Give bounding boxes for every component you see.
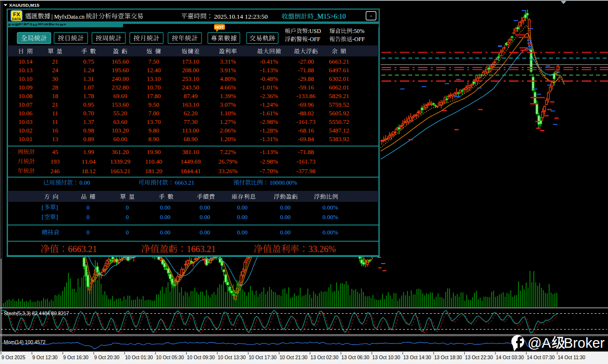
svg-text:6062.01: 6062.01 bbox=[329, 84, 349, 91]
svg-text:246: 246 bbox=[50, 167, 60, 175]
svg-text:-0.41%: -0.41% bbox=[260, 58, 278, 65]
svg-text:13 Oct 22:30: 13 Oct 22:30 bbox=[465, 355, 493, 360]
svg-text:1.39%: 1.39% bbox=[220, 92, 236, 99]
svg-text:5550.72: 5550.72 bbox=[329, 118, 349, 125]
svg-text:5383.92: 5383.92 bbox=[329, 135, 349, 143]
svg-text:1663.21: 1663.21 bbox=[110, 167, 130, 175]
svg-text:-71.88: -71.88 bbox=[298, 148, 314, 155]
svg-text:26.79%: 26.79% bbox=[218, 158, 237, 165]
svg-text:87.49: 87.49 bbox=[183, 92, 197, 99]
svg-text:10.10: 10.10 bbox=[18, 75, 32, 82]
svg-text:45: 45 bbox=[52, 148, 58, 155]
svg-text:243.50: 243.50 bbox=[182, 84, 199, 91]
svg-text:0: 0 bbox=[126, 229, 129, 236]
svg-text:9.50: 9.50 bbox=[148, 101, 159, 108]
svg-text:3.91%: 3.91% bbox=[220, 66, 236, 74]
svg-text:165.60: 165.60 bbox=[112, 58, 129, 65]
svg-text:0.00%: 0.00% bbox=[323, 204, 338, 211]
svg-text:1.07: 1.07 bbox=[83, 84, 94, 91]
svg-text:381.10: 381.10 bbox=[182, 148, 199, 155]
svg-text:14 Oct 03:30: 14 Oct 03:30 bbox=[496, 355, 524, 360]
svg-text:[: [ bbox=[42, 204, 44, 211]
svg-text:232.80: 232.80 bbox=[112, 84, 129, 91]
svg-text:60.00: 60.00 bbox=[113, 135, 127, 143]
svg-text:-OFF: -OFF bbox=[352, 36, 365, 43]
svg-text:1.78: 1.78 bbox=[83, 92, 94, 99]
svg-text:6663.21: 6663.21 bbox=[175, 179, 194, 186]
svg-text:14 Oct 11:30: 14 Oct 11:30 bbox=[558, 355, 585, 360]
svg-text:6302.01: 6302.01 bbox=[329, 75, 349, 82]
svg-text:8.90: 8.90 bbox=[148, 135, 159, 143]
svg-text:62.20: 62.20 bbox=[183, 110, 197, 117]
svg-text:1.10%: 1.10% bbox=[220, 110, 236, 117]
svg-text:4.80%: 4.80% bbox=[220, 75, 236, 82]
svg-text:173.10: 173.10 bbox=[182, 58, 199, 65]
svg-text:0.00: 0.00 bbox=[200, 229, 210, 236]
svg-text:XAUUSD,M15: XAUUSD,M15 bbox=[9, 2, 40, 8]
svg-text:DATA: DATA bbox=[12, 17, 21, 21]
svg-text:110.40: 110.40 bbox=[145, 158, 162, 165]
svg-text:13 Oct 14:30: 13 Oct 14:30 bbox=[403, 355, 431, 360]
svg-text:0.00: 0.00 bbox=[160, 214, 170, 221]
svg-text:-377.98: -377.98 bbox=[296, 167, 315, 175]
svg-text:0.75: 0.75 bbox=[83, 58, 94, 65]
svg-text:163.10: 163.10 bbox=[182, 101, 199, 108]
svg-text:33.26%: 33.26% bbox=[308, 244, 336, 254]
svg-text:0.95: 0.95 bbox=[83, 101, 94, 108]
svg-text:-1.13%: -1.13% bbox=[260, 66, 278, 74]
svg-text:13: 13 bbox=[52, 135, 58, 143]
svg-text:1.27%: 1.27% bbox=[220, 118, 236, 125]
svg-text:10.14: 10.14 bbox=[18, 58, 33, 65]
svg-text:5829.21: 5829.21 bbox=[329, 92, 349, 99]
svg-text:-: - bbox=[370, 12, 372, 19]
svg-text:0: 0 bbox=[126, 214, 129, 221]
svg-text:6497.61: 6497.61 bbox=[329, 66, 349, 74]
svg-text:-59.16: -59.16 bbox=[298, 84, 314, 91]
svg-text:6663.21: 6663.21 bbox=[68, 244, 97, 254]
svg-text:21: 21 bbox=[52, 101, 58, 108]
svg-text:13 Oct 06:30: 13 Oct 06:30 bbox=[341, 355, 370, 360]
svg-text:1.31: 1.31 bbox=[83, 75, 94, 82]
svg-text:0.00: 0.00 bbox=[200, 204, 210, 211]
svg-text:3.31%: 3.31% bbox=[220, 58, 236, 65]
svg-text:0.98: 0.98 bbox=[83, 127, 94, 134]
svg-text:0.00: 0.00 bbox=[280, 204, 291, 211]
svg-text:10.13: 10.13 bbox=[18, 66, 32, 74]
svg-text:18.12: 18.12 bbox=[81, 167, 95, 175]
svg-text:-88.02: -88.02 bbox=[298, 110, 314, 117]
svg-text:-2.36%: -2.36% bbox=[260, 92, 278, 99]
svg-text:-161.73: -161.73 bbox=[296, 118, 315, 125]
svg-text:FX: FX bbox=[13, 11, 20, 17]
svg-text:10.07: 10.07 bbox=[18, 101, 33, 108]
svg-text:10 Oct 05:30: 10 Oct 05:30 bbox=[156, 355, 184, 360]
svg-text:0: 0 bbox=[87, 229, 90, 236]
svg-text:10 Oct 17:30: 10 Oct 17:30 bbox=[248, 355, 277, 360]
svg-text:24: 24 bbox=[52, 66, 59, 74]
svg-text:17.80: 17.80 bbox=[146, 92, 160, 99]
svg-text:9 Oct 16:30: 9 Oct 16:30 bbox=[63, 355, 89, 360]
svg-text:-7.70%: -7.70% bbox=[260, 167, 278, 175]
svg-text:0.00%: 0.00% bbox=[323, 229, 338, 236]
svg-text:0.00: 0.00 bbox=[237, 204, 248, 211]
svg-text:77.30: 77.30 bbox=[183, 118, 197, 125]
svg-text:0.00: 0.00 bbox=[79, 179, 90, 186]
svg-text:-161.73: -161.73 bbox=[296, 158, 315, 165]
svg-text:-1.31%: -1.31% bbox=[260, 135, 278, 143]
svg-text:0.00: 0.00 bbox=[280, 214, 291, 221]
svg-text:0.00: 0.00 bbox=[280, 229, 291, 236]
svg-text:-68.16: -68.16 bbox=[298, 127, 314, 134]
svg-text:11.04: 11.04 bbox=[82, 158, 96, 165]
svg-text:-69.84: -69.84 bbox=[298, 135, 314, 143]
svg-text:10 Oct 13:30: 10 Oct 13:30 bbox=[218, 355, 246, 360]
svg-text:_M15>6:10: _M15>6:10 bbox=[314, 13, 346, 20]
svg-text:9 Oct 2025: 9 Oct 2025 bbox=[1, 355, 25, 360]
svg-text:1663.21: 1663.21 bbox=[187, 244, 215, 254]
svg-text:-133.86: -133.86 bbox=[296, 92, 316, 99]
svg-text:]: ] bbox=[56, 204, 58, 211]
svg-text:9 Oct 20:30: 9 Oct 20:30 bbox=[94, 355, 120, 360]
svg-text:19.90: 19.90 bbox=[146, 148, 160, 155]
svg-text:0.89: 0.89 bbox=[83, 135, 94, 143]
svg-text:1.20%: 1.20% bbox=[220, 135, 236, 143]
svg-text:0.00: 0.00 bbox=[200, 214, 210, 221]
svg-text:3.07%: 3.07% bbox=[220, 101, 236, 108]
